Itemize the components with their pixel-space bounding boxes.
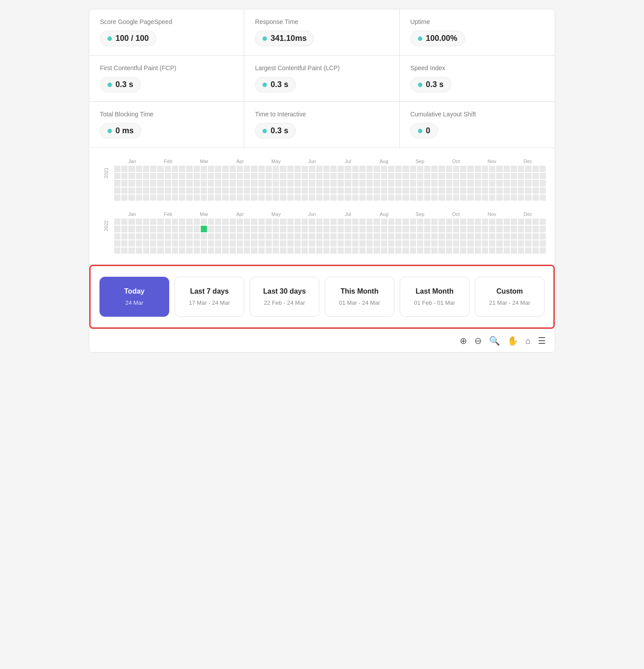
heatmap-cell[interactable]: [323, 187, 330, 194]
heatmap-cell[interactable]: [388, 187, 394, 194]
heatmap-cell[interactable]: [352, 240, 358, 247]
heatmap-cell[interactable]: [366, 173, 373, 179]
heatmap-cell[interactable]: [374, 247, 380, 254]
heatmap-cell[interactable]: [201, 240, 207, 247]
heatmap-cell[interactable]: [230, 173, 236, 179]
heatmap-cell[interactable]: [114, 195, 120, 201]
date-option-custom[interactable]: Custom21 Mar - 24 Mar: [475, 277, 545, 317]
heatmap-cell[interactable]: [489, 173, 495, 179]
heatmap-cell[interactable]: [251, 233, 257, 239]
heatmap-cell[interactable]: [402, 195, 409, 201]
heatmap-cell[interactable]: [388, 247, 394, 254]
heatmap-cell[interactable]: [338, 195, 344, 201]
heatmap-cell[interactable]: [150, 166, 156, 172]
heatmap-cell[interactable]: [511, 240, 517, 247]
heatmap-cell[interactable]: [438, 219, 445, 225]
heatmap-cell[interactable]: [215, 195, 221, 201]
heatmap-cell[interactable]: [194, 226, 200, 232]
heatmap-cell[interactable]: [496, 226, 502, 232]
heatmap-cell[interactable]: [230, 247, 236, 254]
heatmap-cell[interactable]: [345, 166, 351, 172]
heatmap-cell[interactable]: [359, 240, 366, 247]
heatmap-cell[interactable]: [402, 166, 409, 172]
heatmap-cell[interactable]: [237, 180, 243, 186]
heatmap-cell[interactable]: [540, 226, 546, 232]
heatmap-cell[interactable]: [410, 173, 416, 179]
heatmap-cell[interactable]: [165, 195, 171, 201]
heatmap-cell[interactable]: [165, 226, 171, 232]
heatmap-cell[interactable]: [143, 173, 149, 179]
heatmap-cell[interactable]: [215, 219, 221, 225]
heatmap-cell[interactable]: [230, 240, 236, 247]
heatmap-cell[interactable]: [504, 195, 510, 201]
heatmap-cell[interactable]: [352, 226, 358, 232]
heatmap-cell[interactable]: [359, 247, 366, 254]
heatmap-cell[interactable]: [330, 219, 337, 225]
heatmap-cell[interactable]: [222, 173, 228, 179]
heatmap-cell[interactable]: [244, 226, 250, 232]
heatmap-cell[interactable]: [489, 187, 495, 194]
heatmap-cell[interactable]: [359, 180, 366, 186]
heatmap-cell[interactable]: [417, 180, 423, 186]
heatmap-cell[interactable]: [388, 233, 394, 239]
heatmap-cell[interactable]: [215, 240, 221, 247]
heatmap-cell[interactable]: [540, 180, 546, 186]
heatmap-cell[interactable]: [431, 166, 437, 172]
heatmap-cell[interactable]: [417, 226, 423, 232]
heatmap-cell[interactable]: [121, 166, 127, 172]
heatmap-cell[interactable]: [266, 180, 272, 186]
heatmap-cell[interactable]: [244, 247, 250, 254]
heatmap-cell[interactable]: [424, 247, 430, 254]
heatmap-cell[interactable]: [388, 226, 394, 232]
heatmap-cell[interactable]: [273, 240, 279, 247]
heatmap-cell[interactable]: [352, 166, 358, 172]
heatmap-cell[interactable]: [266, 240, 272, 247]
heatmap-cell[interactable]: [402, 173, 409, 179]
heatmap-cell[interactable]: [316, 166, 322, 172]
heatmap-cell[interactable]: [186, 226, 192, 232]
heatmap-cell[interactable]: [150, 195, 156, 201]
heatmap-cell[interactable]: [208, 247, 214, 254]
heatmap-cell[interactable]: [338, 240, 344, 247]
heatmap-cell[interactable]: [121, 187, 127, 194]
heatmap-cell[interactable]: [345, 233, 351, 239]
heatmap-cell[interactable]: [540, 240, 546, 247]
heatmap-cell[interactable]: [273, 195, 279, 201]
heatmap-cell[interactable]: [381, 240, 387, 247]
heatmap-cell[interactable]: [316, 233, 322, 239]
heatmap-cell[interactable]: [222, 219, 228, 225]
heatmap-cell[interactable]: [244, 173, 250, 179]
heatmap-cell[interactable]: [352, 233, 358, 239]
heatmap-cell[interactable]: [266, 226, 272, 232]
heatmap-cell[interactable]: [417, 233, 423, 239]
heatmap-cell[interactable]: [467, 180, 473, 186]
heatmap-cell[interactable]: [446, 226, 452, 232]
heatmap-cell[interactable]: [345, 195, 351, 201]
heatmap-cell[interactable]: [114, 187, 120, 194]
heatmap-cell[interactable]: [417, 187, 423, 194]
heatmap-cell[interactable]: [201, 187, 207, 194]
heatmap-cell[interactable]: [330, 247, 337, 254]
heatmap-cell[interactable]: [482, 173, 488, 179]
heatmap-cell[interactable]: [424, 219, 430, 225]
heatmap-cell[interactable]: [352, 219, 358, 225]
heatmap-cell[interactable]: [540, 173, 546, 179]
heatmap-cell[interactable]: [186, 233, 192, 239]
heatmap-cell[interactable]: [258, 187, 265, 194]
heatmap-cell[interactable]: [453, 180, 459, 186]
heatmap-cell[interactable]: [352, 247, 358, 254]
heatmap-cell[interactable]: [114, 226, 120, 232]
heatmap-cell[interactable]: [417, 173, 423, 179]
heatmap-cell[interactable]: [388, 195, 394, 201]
heatmap-cell[interactable]: [402, 226, 409, 232]
heatmap-cell[interactable]: [431, 180, 437, 186]
heatmap-cell[interactable]: [533, 180, 539, 186]
heatmap-cell[interactable]: [287, 180, 294, 186]
heatmap-cell[interactable]: [518, 226, 524, 232]
heatmap-cell[interactable]: [381, 195, 387, 201]
heatmap-cell[interactable]: [496, 247, 502, 254]
heatmap-cell[interactable]: [114, 219, 120, 225]
heatmap-cell[interactable]: [533, 233, 539, 239]
heatmap-cell[interactable]: [533, 247, 539, 254]
heatmap-cell[interactable]: [280, 226, 286, 232]
